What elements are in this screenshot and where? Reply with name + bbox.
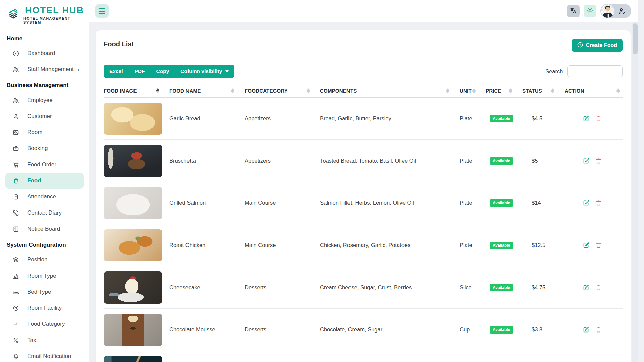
booking-icon [12, 145, 20, 152]
bed-type-icon [12, 288, 20, 296]
export-excel-button[interactable]: Excel [104, 65, 129, 78]
room-facility-icon [12, 304, 20, 312]
sidebar-item-label: Contact Diary [27, 209, 62, 216]
sidebar-item-booking[interactable]: Booking [0, 140, 89, 157]
edit-button[interactable] [583, 326, 590, 333]
nav-section-system-configuration: System Configuration [0, 237, 89, 252]
hotel-hub-logo[interactable]: HOTEL HUB HOTEL MANAGEMENT SYSTEM [0, 0, 89, 28]
sidebar-item-contact-diary[interactable]: Contact Diary [0, 205, 89, 221]
table-row: Roast Chicken Main Course Chicken, Rosem… [104, 224, 623, 266]
copy-button[interactable]: Copy [151, 65, 175, 78]
sidebar-item-dashboard[interactable]: Dashboard [0, 45, 89, 61]
settings-button[interactable] [584, 5, 596, 17]
email-notification-icon [12, 353, 20, 360]
delete-button[interactable] [595, 199, 602, 206]
translate-icon [570, 7, 577, 15]
trash-icon [595, 326, 602, 333]
food-category: Main Course [245, 242, 320, 248]
sidebar-item-bed-type[interactable]: Bed Type [0, 284, 89, 300]
sidebar-item-room-type[interactable]: Room Type [0, 268, 89, 284]
sidebar-item-employee[interactable]: Employee [0, 92, 89, 108]
food-image-chocolate-mousse [104, 314, 162, 346]
food-image-roast-chicken [104, 229, 162, 261]
delete-button[interactable] [595, 284, 602, 291]
edit-button[interactable] [583, 199, 590, 206]
create-food-button[interactable]: Create Food [572, 39, 623, 52]
sidebar-item-food-category[interactable]: Food Category [0, 316, 89, 332]
sidebar-item-label: Booking [27, 145, 48, 152]
food-unit: Plate [460, 115, 486, 122]
food-category-icon [12, 320, 20, 328]
sidebar-item-position[interactable]: Position [0, 252, 89, 268]
sidebar-item-room[interactable]: Room [0, 124, 89, 140]
nav-section-business-management: Business Management [0, 77, 89, 92]
column-header-food-image[interactable]: FOOD IMAGE [104, 88, 169, 94]
sidebar-item-tax[interactable]: Tax [0, 332, 89, 348]
sidebar-item-label: Position [27, 256, 47, 263]
column-header-price[interactable]: PRICE [486, 88, 522, 94]
food-image-garlic-bread [104, 103, 162, 135]
hamburger-menu-button[interactable] [95, 4, 109, 18]
table-row [104, 351, 623, 362]
table-row: Bruschetta Appetizers Toasted Bread, Tom… [104, 140, 623, 182]
sidebar-item-customer[interactable]: Customer [0, 108, 89, 124]
column-header-status[interactable]: STATUS [522, 88, 565, 94]
trash-icon [595, 242, 602, 249]
sidebar-item-label: Food [27, 177, 41, 184]
vertical-scrollbar[interactable] [632, 22, 638, 362]
delete-button[interactable] [595, 115, 602, 122]
nav-section-home: Home [0, 31, 89, 45]
sidebar-item-email-notification[interactable]: Email Notification [0, 348, 89, 362]
export-pdf-button[interactable]: PDF [129, 65, 151, 78]
table-row: Cheesecake Desserts Cream Cheese, Sugar,… [104, 266, 623, 309]
sidebar-item-food-active[interactable]: Food [5, 173, 84, 189]
user-profile-button[interactable] [600, 4, 631, 18]
sidebar-item-room-facility[interactable]: Room Facility [0, 300, 89, 316]
column-header-action[interactable]: ACTION [565, 88, 623, 94]
food-name: Cheesecake [169, 284, 245, 291]
export-button-group: Excel PDF Copy Column visibility [104, 65, 234, 78]
search-input[interactable] [567, 65, 623, 77]
edit-icon [583, 242, 590, 249]
scrollbar-thumb[interactable] [633, 23, 638, 54]
edit-button[interactable] [583, 115, 590, 122]
status-badge: Available [490, 242, 513, 249]
sidebar-item-staff-management[interactable]: Staff Management › [0, 61, 89, 77]
column-header-foodcategory[interactable]: FOODCATEGORY [245, 88, 320, 94]
food-category: Main Course [245, 200, 320, 206]
edit-button[interactable] [583, 242, 590, 249]
sidebar-item-notice-board[interactable]: Notice Board [0, 221, 89, 237]
sort-icon [231, 88, 234, 93]
sidebar: HOTEL HUB HOTEL MANAGEMENT SYSTEM Home D… [0, 0, 89, 362]
food-components: Toasted Bread, Tomato, Basil, Olive Oil [320, 158, 460, 164]
brand-name: HOTEL HUB [25, 5, 84, 16]
delete-button[interactable] [595, 157, 602, 164]
sidebar-item-label: Staff Management [27, 66, 74, 73]
column-visibility-dropdown[interactable]: Column visibility [175, 65, 234, 78]
food-category: Desserts [245, 326, 320, 333]
sidebar-item-label: Employee [27, 97, 53, 104]
food-image-bruschetta [104, 145, 162, 177]
edit-button[interactable] [583, 157, 590, 164]
row-actions [565, 284, 623, 291]
column-header-components[interactable]: COMPONENTS [320, 88, 460, 94]
edit-button[interactable] [583, 284, 590, 291]
sidebar-item-food-order[interactable]: Food Order [0, 157, 89, 173]
table-row: Grilled Salmon Main Course Salmon Fillet… [104, 182, 623, 224]
sidebar-item-attendance[interactable]: Attendance [0, 189, 89, 205]
room-type-icon [12, 272, 20, 280]
delete-button[interactable] [595, 326, 602, 333]
column-header-food-name[interactable]: FOOD NAME [169, 88, 245, 94]
sidebar-item-label: Attendance [27, 193, 56, 200]
edit-icon [583, 326, 590, 333]
food-price: $12.5 [522, 242, 565, 248]
column-header-unit[interactable]: UNIT [460, 88, 486, 94]
sort-icon [551, 88, 554, 93]
food-category: Appetizers [245, 158, 320, 164]
food-unit: Plate [460, 200, 486, 206]
food-price: $5 [522, 158, 565, 164]
delete-button[interactable] [595, 242, 602, 249]
sidebar-item-label: Notice Board [27, 226, 60, 232]
sidebar-item-label: Room Type [27, 273, 56, 279]
translate-button[interactable] [567, 5, 580, 17]
